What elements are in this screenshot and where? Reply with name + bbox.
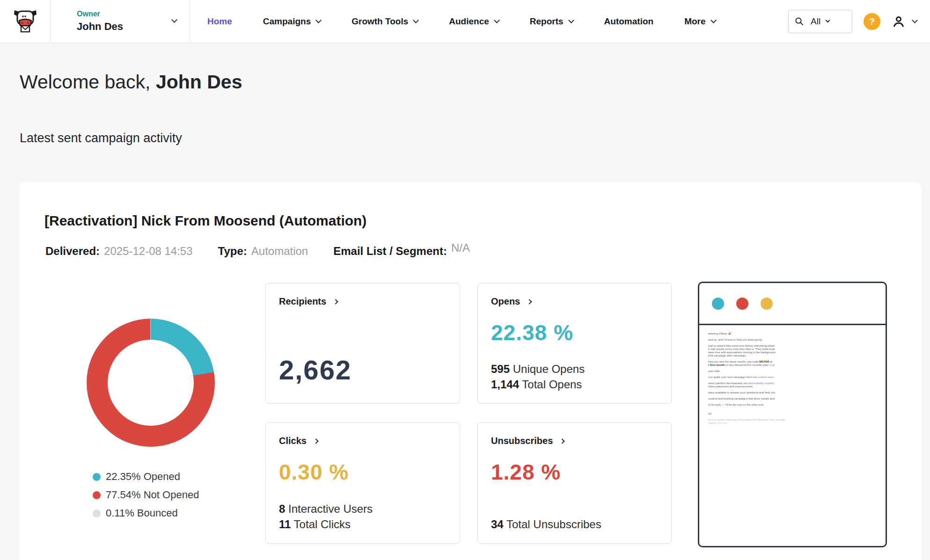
legend-item-bounced[interactable]: 0.11% Bounced — [93, 507, 199, 519]
preview-text-line: ed up to receive marketing communication… — [708, 418, 786, 422]
chevron-down-icon — [568, 17, 574, 23]
chevron-down-icon — [315, 17, 322, 23]
preview-text-line: inbox placement and improvements. — [708, 385, 786, 388]
moosend-dashboard: Owner John Des HomeCampaignsGrowth Tools… — [0, 0, 930, 560]
opens-rate-value: 22.38 % — [491, 320, 658, 345]
legend-dot-icon — [93, 473, 101, 481]
preview-text-line: e real results come once they dive in. T… — [708, 348, 786, 351]
question-mark-icon: ? — [869, 16, 875, 27]
campaign-email-preview[interactable]: arketing Officer 🎉ped up, and I'd love t… — [698, 282, 887, 547]
topbar-right-cluster: All ? — [788, 10, 930, 33]
recipients-card-link[interactable]: Recipients — [279, 296, 447, 307]
preview-dot-icon — [712, 298, 724, 310]
preview-text-line: r first month on any Moosend Pro monthly… — [708, 364, 786, 367]
latest-campaign-card: [Reactivation] Nick From Moosend (Automa… — [20, 182, 922, 560]
meta-value: 2025-12-08 14:53 — [104, 245, 193, 257]
preview-text-line: ped up, and I'd love to help you keep go… — [708, 338, 786, 342]
chevron-down-icon — [912, 17, 918, 23]
preview-text-line: s to spark your next campaign from our c… — [708, 376, 786, 379]
nav-item-label: More — [684, 16, 705, 27]
card-title: Clicks — [279, 436, 307, 446]
clicks-rate-value: 0.30 % — [279, 459, 447, 485]
chevron-right-icon — [560, 438, 565, 444]
clicks-card: Clicks 0.30 % 8 Interactive Users11 Tota… — [265, 422, 460, 544]
meta-label: Delivered: — [45, 245, 100, 257]
nav-item-growth-tools[interactable]: Growth Tools — [336, 0, 433, 43]
preview-email-body: arketing Officer 🎉ped up, and I'd love t… — [699, 325, 786, 425]
preview-text-line: st hit reply — I'll be the one on the ot… — [708, 403, 786, 407]
preview-dot-icon — [736, 298, 748, 310]
meta-label: Type: — [218, 245, 247, 257]
preview-text-line: arketing Officer 🎉 — [708, 332, 786, 335]
preview-text-line: ural to need a little extra time before … — [708, 344, 786, 348]
account-name: John Des — [77, 21, 190, 33]
opens-details: 595 Unique Opens1,144 Total Opens — [491, 361, 658, 392]
legend-label: 0.11% Bounced — [106, 507, 178, 519]
chevron-down-icon — [494, 17, 500, 23]
campaign-meta-item: Email List / Segment:N/A — [333, 245, 470, 258]
chevron-down-icon — [413, 17, 419, 23]
unsubscribes-details: 34 Total Unsubscribes — [491, 516, 658, 532]
meta-label: Email List / Segment: — [333, 245, 447, 257]
campaign-meta: Delivered:2025-12-08 14:53Type:Automatio… — [45, 245, 470, 258]
nav-item-automation[interactable]: Automation — [589, 0, 669, 43]
recipients-card: Recipients 2,662 — [265, 283, 460, 404]
nav-item-audience[interactable]: Audience — [433, 0, 514, 43]
clicks-card-link[interactable]: Clicks — [279, 436, 447, 446]
welcome-heading: Welcome back, John Des — [20, 71, 242, 93]
clicks-details: 8 Interactive Users11 Total Clicks — [279, 501, 447, 532]
preview-text-line: oosend, click here. — [708, 422, 786, 425]
chevron-right-icon — [313, 438, 318, 444]
unsubscribes-card: Unsubscribes 1.28 % 34 Total Unsubscribe… — [477, 422, 672, 544]
preview-header — [699, 283, 886, 325]
unsubscribes-card-link[interactable]: Unsubscribes — [491, 436, 658, 446]
main-nav: HomeCampaignsGrowth ToolsAudienceReports… — [192, 0, 731, 43]
legend-dot-icon — [93, 491, 101, 499]
unsubscribes-rate-value: 1.28 % — [491, 459, 658, 485]
nav-item-more[interactable]: More — [669, 0, 731, 43]
global-search-box[interactable]: All — [788, 10, 852, 33]
section-title: Latest sent campaign activity — [20, 131, 182, 145]
chevron-down-icon — [710, 17, 717, 23]
search-scope-value: All — [811, 16, 820, 27]
nav-item-label: Audience — [449, 16, 489, 27]
legend-label: 77.54% Not Opened — [106, 489, 199, 501]
help-button[interactable]: ? — [864, 13, 880, 30]
opens-card: Opens 22.38 % 595 Unique Opens1,144 Tota… — [477, 283, 672, 404]
legend-item-not-opened[interactable]: 77.54% Not Opened — [93, 489, 199, 501]
nav-item-label: Campaigns — [263, 16, 311, 27]
campaign-meta-item: Type:Automation — [218, 245, 308, 258]
donut-legend: 22.35% Opened77.54% Not Opened0.11% Boun… — [93, 471, 199, 525]
donut-hole — [108, 340, 194, 426]
account-role-label: Owner — [77, 10, 190, 18]
opens-card-link[interactable]: Opens — [491, 296, 658, 307]
preview-text-line: your side: — [708, 370, 786, 373]
stat-detail-line: 8 Interactive Users — [279, 501, 447, 516]
welcome-user-name: John Des — [156, 71, 242, 93]
preview-text-line: oosend and building campaigns that drive… — [708, 397, 786, 400]
preview-text-line: oesn't perform as expected, our delivera… — [708, 382, 786, 385]
campaign-meta-item: Delivered:2025-12-08 14:53 — [45, 245, 193, 258]
recipients-value: 2,662 — [279, 354, 447, 385]
brand-logo-cell[interactable] — [0, 0, 51, 43]
nav-item-reports[interactable]: Reports — [514, 0, 589, 43]
chevron-right-icon — [527, 299, 532, 304]
meta-value: Automation — [251, 245, 308, 257]
nav-item-campaigns[interactable]: Campaigns — [248, 0, 336, 43]
user-menu[interactable] — [892, 15, 917, 29]
preview-text-line: save time with automations running in th… — [708, 351, 786, 354]
legend-dot-icon — [93, 509, 101, 517]
preview-text-line: nd — [708, 412, 786, 415]
account-switcher[interactable]: Owner John Des — [51, 0, 190, 43]
campaign-title: [Reactivation] Nick From Moosend (Automa… — [44, 213, 366, 229]
search-icon — [795, 17, 804, 26]
nav-item-home[interactable]: Home — [192, 0, 248, 43]
legend-item-opened[interactable]: 22.35% Opened — [93, 471, 199, 483]
card-title: Opens — [491, 296, 520, 307]
nav-item-label: Home — [207, 16, 232, 27]
moosend-cow-logo-icon — [11, 7, 40, 36]
preview-text-line: limb campaign after campaign. — [708, 354, 786, 357]
chevron-right-icon — [333, 299, 338, 304]
preview-text-line: help you see the same results: use code … — [708, 360, 786, 364]
card-title: Unsubscribes — [491, 436, 553, 446]
